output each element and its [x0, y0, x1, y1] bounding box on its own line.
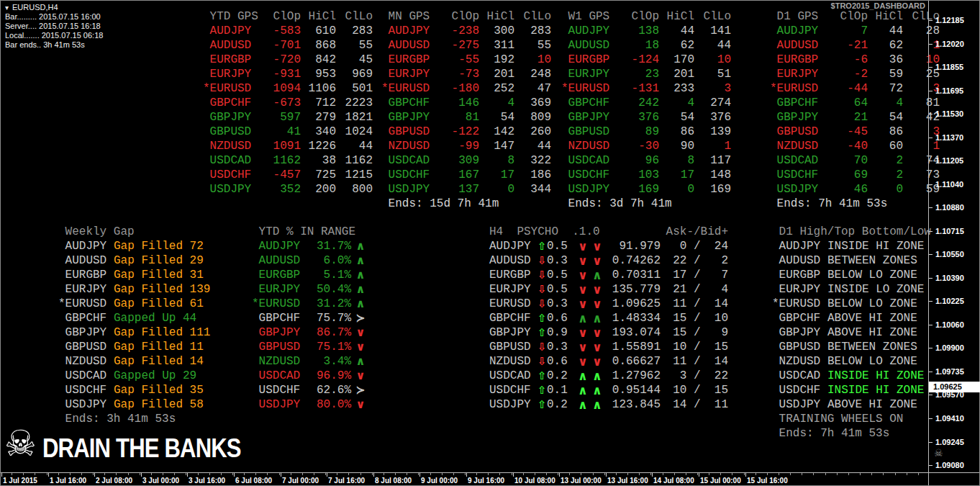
pair-label: EURGBP — [203, 53, 258, 67]
psycho-value: 0.6 — [547, 354, 568, 369]
askbid-value: 3 / 22 — [661, 369, 728, 383]
clop-value: 21 — [825, 110, 868, 125]
cllo-value: 51 — [694, 67, 731, 81]
gap-status-value: Gap Filled 14 — [114, 354, 204, 369]
hicl-value: 90 — [659, 139, 694, 153]
gps-title: W1 GPS — [561, 9, 617, 24]
pair-label: GBPCHF — [770, 96, 825, 110]
psycho-block-up-icon: ⇧ — [537, 311, 547, 325]
hicl-value: 0 — [659, 182, 694, 197]
time-axis-tick — [94, 473, 95, 477]
col-header-hicl: HiCl — [301, 9, 336, 24]
hicl-value: 1226 — [301, 139, 336, 153]
table-row: GBPCHFGapped Up 44 — [58, 311, 245, 325]
range-pct-value: 86.7% — [300, 325, 351, 340]
table-row: AUDJPYGap Filled 72 — [58, 239, 245, 253]
ends-row: Ends: 3d 7h 41m — [561, 197, 731, 211]
weekly-gap-header: Weekly Gap — [58, 225, 245, 239]
price-axis-tick — [929, 91, 933, 91]
table-row: GBPCHF2424274 — [561, 96, 731, 110]
zones-title: D1 High/Top Bottom/Low — [772, 225, 931, 239]
hicl-value: 725 — [301, 168, 336, 182]
table-row: USDCHF10317148 — [561, 168, 731, 182]
time-axis-label: 1 Jul 16:00 — [50, 477, 86, 485]
clop-value: -55 — [437, 53, 479, 67]
price-value: 1.27962 — [604, 369, 661, 383]
branding-text: DRAIN THE BANKS — [42, 435, 241, 462]
cllo-value: 44 — [694, 38, 731, 53]
psycho-title: H4 PSYCHO .1.0 — [489, 225, 600, 239]
time-axis-tick — [373, 473, 374, 477]
psycho-block-up-icon: ⇧ — [537, 239, 547, 253]
pair-label: *EURUSD — [203, 81, 258, 96]
time-axis-label: 7 Jul 00:00 — [282, 477, 319, 485]
clop-value: 167 — [437, 168, 479, 182]
price-axis-label: 1.10060 — [935, 320, 964, 330]
hicl-value: 0 — [479, 182, 514, 197]
pair-label: GBPCHF — [561, 96, 617, 110]
range-pct-value: 3.4% — [300, 354, 351, 369]
ytd-range-header: YTD % IN RANGE — [252, 225, 374, 239]
pair-label: AUDUSD — [252, 253, 300, 268]
table-row: GBPCHF64481 — [770, 96, 940, 110]
hicl-value: 86 — [659, 125, 694, 139]
trend-down-icon: ∨ — [351, 340, 370, 354]
gap-status-value: Gap Filled 11 — [114, 340, 204, 354]
table-row: AUDJPY13844141 — [561, 24, 731, 38]
price-axis-label: 1.09410 — [935, 414, 964, 423]
hicl-value: 72 — [868, 81, 903, 96]
symbol-dropdown-icon[interactable]: ▾ — [5, 3, 9, 12]
table-row: GBPCHF-6737122223 — [203, 96, 373, 110]
branding: ☠ DRAIN THE BANKS — [4, 423, 278, 464]
pair-label: EURJPY — [489, 282, 537, 297]
table-row: EURGBP-72084245 — [203, 53, 373, 67]
price-axis-label: 1.11205 — [935, 156, 963, 166]
trend-down-icon: ∨ — [351, 397, 370, 412]
price-axis-tick — [929, 254, 933, 255]
cllo-value: 1 — [694, 139, 731, 153]
pair-label: GBPUSD — [203, 125, 258, 139]
table-row: GBPUSD413401024 — [203, 125, 373, 139]
pair-label: USDJPY — [203, 182, 258, 197]
price-axis-tick — [929, 301, 933, 302]
clop-value: -2 — [825, 67, 868, 81]
psycho-value: 0.9 — [547, 325, 568, 340]
zone-status-value: ABOVE HI ZONE — [827, 397, 917, 412]
hicl-value: 201 — [479, 67, 514, 81]
ends-label: Ends: 7h 41m 53s — [772, 426, 889, 441]
pair-label: USDCAD — [203, 153, 258, 168]
zone-status-value: INSIDE HI ZONE — [827, 239, 924, 253]
col-header-clop: ClOp — [437, 9, 479, 24]
table-row: EURGBP⇩0.5∨∧0.7031117 / 7 — [489, 268, 728, 282]
price-axis-tick — [929, 325, 933, 325]
time-axis-tick — [745, 473, 746, 477]
trend-up-icon: ∧ — [351, 268, 370, 282]
clop-value: 64 — [825, 96, 868, 110]
range-pct-value: 31.7% — [300, 239, 351, 253]
table-row: NZDUSD⇩0.6∨∨0.6662711 / 14 — [489, 354, 728, 369]
clop-value: 1094 — [258, 81, 301, 96]
col-header-cllo: ClLo — [336, 9, 373, 24]
table-row: EURJPY-73201248 — [381, 67, 551, 81]
time-axis-tick — [187, 473, 188, 477]
hicl-value: 147 — [479, 139, 514, 153]
range-pct-value: 62.6% — [300, 383, 351, 397]
hicl-value: 4 — [479, 96, 514, 110]
pair-label: AUDUSD — [58, 253, 114, 268]
table-row: *EURUSD-44723 — [770, 81, 940, 96]
cllo-value: 809 — [514, 110, 551, 125]
pair-label: USDCAD — [772, 369, 827, 383]
clop-value: -30 — [617, 139, 659, 153]
table-row: USDCHF69273 — [770, 168, 940, 182]
pair-label: GBPJPY — [770, 110, 825, 125]
table-row: USDCAD70274 — [770, 153, 940, 168]
table-row: EURGBPGap Filled 31 — [58, 268, 245, 282]
table-row: GBPUSD⇩0.3∨∨1.5589110 / 15 — [489, 340, 728, 354]
table-row: AUDUSD⇩0.3∨∨0.7426222 / 2 — [489, 253, 728, 268]
table-row: NZDUSD3.4%∧ — [252, 354, 374, 369]
zone-status-value: INSIDE HI ZONE — [827, 369, 924, 383]
psycho-block-up-icon: ⇧ — [537, 369, 547, 383]
chevron-down-icon: ∨ — [590, 297, 604, 311]
price-axis-tick — [929, 278, 933, 279]
askbid-value: 15 / 10 — [661, 311, 728, 325]
